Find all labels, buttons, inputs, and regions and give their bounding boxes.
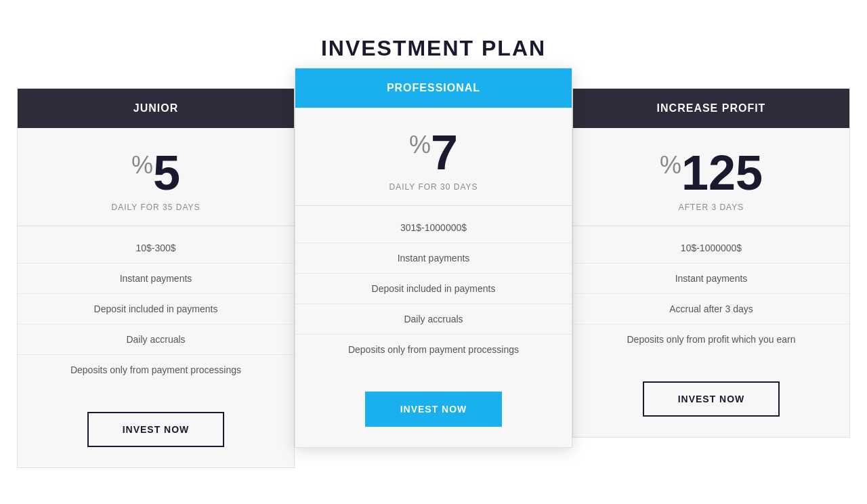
rate-number-increase-profit: 125 xyxy=(681,146,763,200)
plan-features-junior: 10$-300$ Instant payments Deposit includ… xyxy=(18,226,294,392)
plan-action-increase-profit: INVEST NOW xyxy=(573,361,849,437)
plan-action-professional: INVEST NOW xyxy=(295,371,572,447)
feature-professional-2: Deposit included in payments xyxy=(295,274,572,304)
page-wrapper: INVESTMENT PLAN JUNIOR %5 DAILY FOR 35 D… xyxy=(0,9,867,495)
feature-junior-1: Instant payments xyxy=(18,264,294,294)
feature-professional-1: Instant payments xyxy=(295,243,572,274)
feature-junior-3: Daily accruals xyxy=(18,324,294,355)
rate-label-junior: DAILY FOR 35 DAYS xyxy=(31,203,280,212)
feature-junior-0: 10$-300$ xyxy=(18,233,294,264)
plan-features-professional: 301$-1000000$ Instant payments Deposit i… xyxy=(295,206,572,371)
feature-increase-profit-2: Accrual after 3 days xyxy=(573,294,849,324)
plan-rate-increase-profit: %125 AFTER 3 DAYS xyxy=(573,128,849,226)
plan-action-junior: INVEST NOW xyxy=(18,392,294,467)
invest-button-professional[interactable]: INVEST NOW xyxy=(365,392,503,427)
plan-rate-professional: %7 DAILY FOR 30 DAYS xyxy=(295,108,572,206)
rate-label-increase-profit: AFTER 3 DAYS xyxy=(587,203,836,212)
invest-button-junior[interactable]: INVEST NOW xyxy=(87,412,225,447)
plans-container: JUNIOR %5 DAILY FOR 35 DAYS 10$-300$ Ins… xyxy=(14,88,853,468)
plan-header-professional: PROFESSIONAL xyxy=(295,68,572,108)
feature-increase-profit-3: Deposits only from profit which you earn xyxy=(573,324,849,354)
feature-professional-0: 301$-1000000$ xyxy=(295,213,572,243)
plan-card-professional: PROFESSIONAL %7 DAILY FOR 30 DAYS 301$-1… xyxy=(295,68,572,448)
plan-card-increase-profit: INCREASE PROFIT %125 AFTER 3 DAYS 10$-10… xyxy=(572,88,850,438)
feature-junior-2: Deposit included in payments xyxy=(18,294,294,324)
rate-number-junior: 5 xyxy=(153,146,180,200)
feature-junior-4: Deposits only from payment processings xyxy=(18,355,294,385)
feature-professional-4: Deposits only from payment processings xyxy=(295,335,572,364)
feature-increase-profit-0: 10$-1000000$ xyxy=(573,233,849,264)
rate-number-professional: 7 xyxy=(431,125,458,180)
rate-percent-professional: % xyxy=(409,131,431,159)
feature-increase-profit-1: Instant payments xyxy=(573,264,849,294)
plan-card-junior: JUNIOR %5 DAILY FOR 35 DAYS 10$-300$ Ins… xyxy=(17,88,295,468)
rate-display-junior: %5 xyxy=(31,148,280,197)
rate-display-increase-profit: %125 xyxy=(587,148,836,197)
rate-label-professional: DAILY FOR 30 DAYS xyxy=(309,182,558,192)
rate-percent-junior: % xyxy=(131,151,153,179)
plan-header-increase-profit: INCREASE PROFIT xyxy=(573,89,849,128)
rate-percent-increase-profit: % xyxy=(660,151,681,179)
plan-features-increase-profit: 10$-1000000$ Instant payments Accrual af… xyxy=(573,226,849,361)
feature-professional-3: Daily accruals xyxy=(295,304,572,335)
rate-display-professional: %7 xyxy=(309,128,558,177)
plan-rate-junior: %5 DAILY FOR 35 DAYS xyxy=(18,128,294,226)
plan-header-junior: JUNIOR xyxy=(18,89,294,128)
invest-button-increase-profit[interactable]: INVEST NOW xyxy=(643,381,780,417)
page-title: INVESTMENT PLAN xyxy=(14,36,853,61)
